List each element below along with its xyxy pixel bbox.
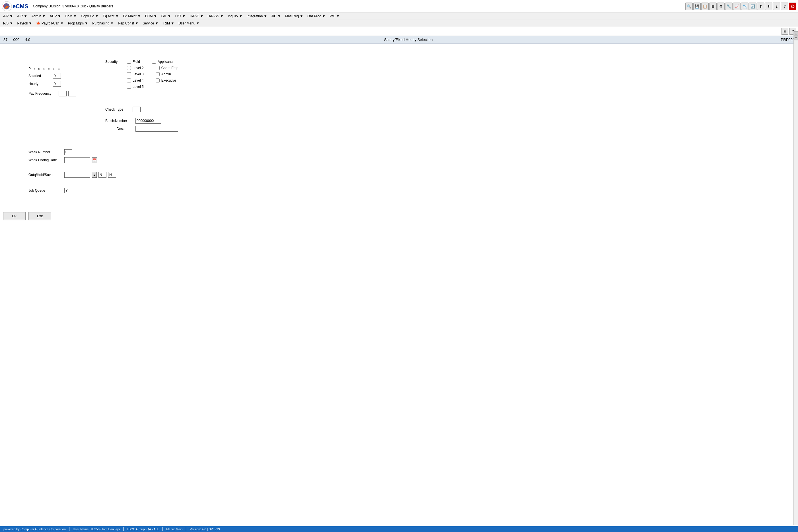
save-icon[interactable]: 💾	[693, 3, 701, 10]
outq-arrow-btn[interactable]: ◄	[92, 172, 97, 178]
program-id: PRP002	[781, 38, 795, 42]
level3-row: Level 3 Admin	[127, 72, 178, 76]
menu-pc[interactable]: P/C ▼	[328, 13, 342, 19]
level5-checkbox[interactable]	[127, 85, 131, 89]
outq-n1-input[interactable]	[98, 172, 106, 178]
level3-label: Level 3	[133, 72, 144, 76]
power-icon[interactable]: ⏻	[789, 3, 796, 10]
pay-frequency-row: Pay Frequency	[29, 91, 76, 96]
menu-ecm[interactable]: ECM ▼	[143, 13, 159, 19]
page-title: Salary/Fixed Hourly Selection	[36, 38, 781, 42]
menu-ordproc[interactable]: Ord Proc ▼	[305, 13, 327, 19]
menu-inquiry[interactable]: Inquiry ▼	[226, 13, 244, 19]
ok-button[interactable]: Ok	[3, 212, 25, 220]
menu-bom[interactable]: BoM ▼	[63, 13, 78, 19]
copy-icon[interactable]: 📋	[701, 3, 709, 10]
field-checkbox[interactable]	[127, 60, 131, 64]
level5-label: Level 5	[133, 85, 144, 89]
company-division-label: Company/Division: 37/000-4.0 Quick Quali…	[33, 4, 684, 8]
week-ending-date-input[interactable]	[64, 157, 90, 163]
executive-checkbox[interactable]	[156, 78, 160, 82]
chart2-icon[interactable]: 📉	[741, 3, 748, 10]
menu-matlreq[interactable]: Matl Req ▼	[283, 13, 305, 19]
week-ending-date-row: Week Ending Date 📅	[29, 157, 97, 163]
menu-jc[interactable]: J/C ▼	[270, 13, 283, 19]
menu-purchasing[interactable]: Purchasing ▼	[90, 20, 115, 26]
level4-row: Level 4 Executive	[127, 78, 178, 82]
menu-admin[interactable]: Admin ▼	[30, 13, 48, 19]
field-label: Field	[133, 60, 140, 64]
exit-button[interactable]: Exit	[29, 212, 51, 220]
salaried-label: Salaried	[29, 74, 51, 78]
menu-copyco[interactable]: Copy Co ▼	[79, 13, 101, 19]
week-number-input[interactable]	[64, 149, 72, 155]
menu-hrss[interactable]: H/R-SS ▼	[206, 13, 226, 19]
level2-row: Level 2 Contr. Emp	[127, 66, 178, 70]
week-ending-date-label: Week Ending Date	[29, 158, 62, 162]
menu-tm[interactable]: T&M ▼	[161, 20, 177, 26]
menu-hre[interactable]: H/R-E ▼	[188, 13, 205, 19]
scroll-up-btn[interactable]: ▲	[794, 31, 798, 36]
calendar-icon[interactable]: 📅	[92, 157, 97, 163]
menu-payroll[interactable]: Payroll ▼	[15, 20, 34, 26]
batch-number-row: Batch:Number	[105, 118, 178, 124]
menu-usermenu[interactable]: User Menu ▼	[177, 20, 201, 26]
level3-checkbox[interactable]	[127, 72, 131, 76]
menu-propmgm[interactable]: Prop Mgm ▼	[66, 20, 90, 26]
menu-repconst[interactable]: Rep Const ▼	[116, 20, 141, 26]
hourly-label: Hourly	[29, 82, 51, 86]
tools-icon[interactable]: 🔧	[725, 3, 732, 10]
refresh-icon[interactable]: 🔄	[749, 3, 757, 10]
upload-icon[interactable]: ⬆	[757, 3, 764, 10]
menu-eqmaint[interactable]: Eq Maint ▼	[121, 13, 143, 19]
level4-checkbox[interactable]	[127, 78, 131, 82]
utilbar: ⊞ ?	[0, 27, 798, 36]
outq-n2-input[interactable]	[108, 172, 116, 178]
menu-ps[interactable]: P/S ▼	[1, 20, 15, 26]
job-queue-row: Job Queue	[29, 188, 72, 193]
process-section: P r o c e s s Salaried Hourly Pay Freque…	[29, 67, 76, 99]
level5-row: Level 5	[127, 85, 178, 89]
pay-frequency-input1[interactable]	[59, 91, 67, 96]
menu-eqacct[interactable]: Eq Acct ▼	[101, 13, 121, 19]
job-queue-input[interactable]	[64, 188, 72, 193]
search-icon[interactable]: 🔍	[685, 3, 693, 10]
scroll-down-btn[interactable]: ▼	[794, 36, 798, 40]
menu-ap[interactable]: A/P ▼	[1, 13, 15, 19]
applicants-label: Applicants	[158, 60, 173, 64]
salaried-input[interactable]	[53, 73, 61, 79]
settings-icon[interactable]: ⚙	[717, 3, 725, 10]
check-type-input[interactable]	[133, 107, 141, 112]
admin-checkbox[interactable]	[156, 72, 160, 76]
desc-input[interactable]	[135, 126, 178, 132]
pay-frequency-label: Pay Frequency	[29, 92, 57, 96]
pay-frequency-input2[interactable]	[68, 91, 76, 96]
menu-hr[interactable]: H/R ▼	[173, 13, 187, 19]
security-label: Security	[105, 60, 125, 64]
menu-ar[interactable]: A/R ▼	[15, 13, 29, 19]
menu-adp[interactable]: ADP ▼	[48, 13, 63, 19]
menu-payroll-can[interactable]: 🍁 Payroll-Can ▼	[34, 20, 66, 26]
outq-input[interactable]	[64, 172, 90, 178]
hourly-row: Hourly	[29, 81, 76, 87]
level2-checkbox[interactable]	[127, 66, 131, 70]
menubar-row2: P/S ▼ Payroll ▼ 🍁 Payroll-Can ▼ Prop Mgm…	[0, 20, 798, 27]
company-number: 37	[3, 38, 7, 42]
division-number: 000	[13, 38, 19, 42]
info-icon[interactable]: ℹ	[773, 3, 780, 10]
batch-number-input[interactable]	[135, 118, 161, 124]
job-queue-label: Job Queue	[29, 189, 62, 192]
help-icon[interactable]: ?	[781, 3, 788, 10]
contr-emp-checkbox[interactable]	[156, 66, 160, 70]
check-type-row: Check Type	[105, 107, 141, 112]
chart1-icon[interactable]: 📈	[733, 3, 741, 10]
download-icon[interactable]: ⬇	[765, 3, 773, 10]
hourly-input[interactable]	[53, 81, 61, 87]
applicants-checkbox[interactable]	[152, 60, 156, 64]
menu-gl[interactable]: G/L ▼	[159, 13, 173, 19]
scrollbar[interactable]: ▲ ▼	[794, 31, 798, 229]
grid-icon[interactable]: ⊞	[709, 3, 717, 10]
menu-service[interactable]: Service ▼	[141, 20, 160, 26]
util-icon1[interactable]: ⊞	[781, 28, 788, 35]
menu-integration[interactable]: Integration ▼	[245, 13, 269, 19]
